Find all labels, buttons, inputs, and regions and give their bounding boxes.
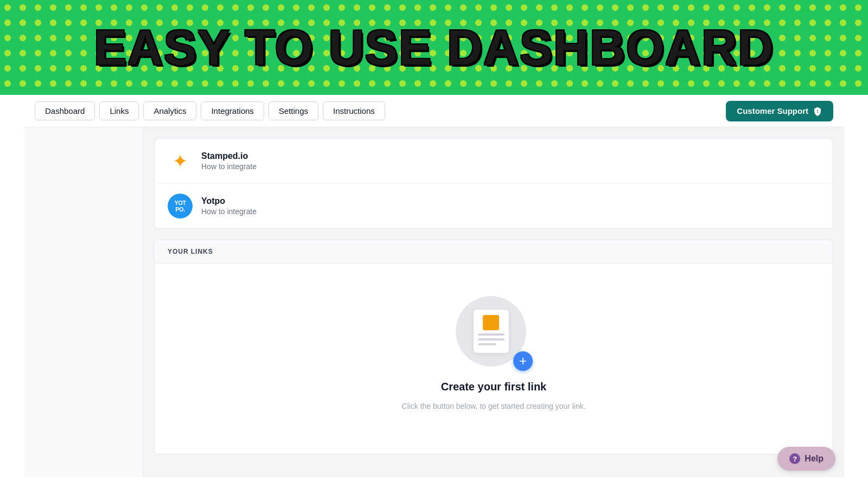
- tab-integrations[interactable]: Integrations: [201, 101, 264, 120]
- yotpo-desc: How to integrate: [201, 207, 257, 216]
- stamped-star-icon: ✦: [173, 152, 188, 170]
- banner-title: EASY TO USE DASHBOARD: [94, 20, 774, 75]
- sidebar: [24, 127, 143, 477]
- doc-paper-header: [483, 315, 499, 330]
- integrations-card: ✦ Stamped.io How to integrate YOTPO. Yot…: [154, 138, 833, 229]
- stamped-name: Stamped.io: [201, 151, 257, 161]
- content-area: ✦ Stamped.io How to integrate YOTPO. Yot…: [24, 127, 844, 477]
- yotpo-text: Yotpo How to integrate: [201, 196, 257, 216]
- help-label: Help: [805, 454, 824, 464]
- your-links-section: YOUR LINKS: [154, 240, 833, 454]
- customer-support-label: Customer Support: [737, 106, 808, 115]
- empty-state: + Create your first link Click the butto…: [155, 264, 833, 454]
- main-panel: ✦ Stamped.io How to integrate YOTPO. Yot…: [143, 127, 844, 477]
- help-button[interactable]: ? Help: [777, 447, 835, 471]
- empty-title: Create your first link: [441, 381, 547, 393]
- stamped-text: Stamped.io How to integrate: [201, 151, 257, 171]
- banner: EASY TO USE DASHBOARD: [0, 0, 868, 95]
- nav-bar: Dashboard Links Analytics Integrations S…: [24, 95, 844, 127]
- doc-line-2: [478, 338, 505, 341]
- doc-paper-lines: [478, 333, 505, 345]
- tab-settings[interactable]: Settings: [269, 101, 318, 120]
- doc-paper: [474, 310, 509, 353]
- main-container: Dashboard Links Analytics Integrations S…: [24, 95, 844, 477]
- help-question-icon: ?: [789, 453, 800, 464]
- doc-line-3: [478, 343, 496, 345]
- stamped-logo: ✦: [168, 149, 193, 174]
- doc-line-1: [478, 333, 505, 336]
- empty-description: Click the button below, to get started c…: [401, 402, 585, 410]
- stamped-desc: How to integrate: [201, 162, 257, 171]
- yotpo-logo: YOTPO.: [168, 194, 193, 219]
- yotpo-name: Yotpo: [201, 196, 257, 206]
- tab-analytics[interactable]: Analytics: [143, 101, 196, 120]
- empty-illustration: +: [456, 296, 532, 372]
- your-links-header: YOUR LINKS: [155, 240, 833, 264]
- tab-dashboard[interactable]: Dashboard: [35, 101, 95, 120]
- shield-icon: [813, 106, 822, 116]
- integration-item-stamped[interactable]: ✦ Stamped.io How to integrate: [155, 139, 833, 184]
- customer-support-button[interactable]: Customer Support: [726, 101, 833, 121]
- integration-item-yotpo[interactable]: YOTPO. Yotpo How to integrate: [155, 184, 833, 228]
- add-link-icon[interactable]: +: [513, 351, 533, 371]
- tab-instructions[interactable]: Instructions: [323, 101, 385, 120]
- tab-links[interactable]: Links: [99, 101, 139, 120]
- yotpo-logo-text: YOTPO.: [174, 200, 186, 213]
